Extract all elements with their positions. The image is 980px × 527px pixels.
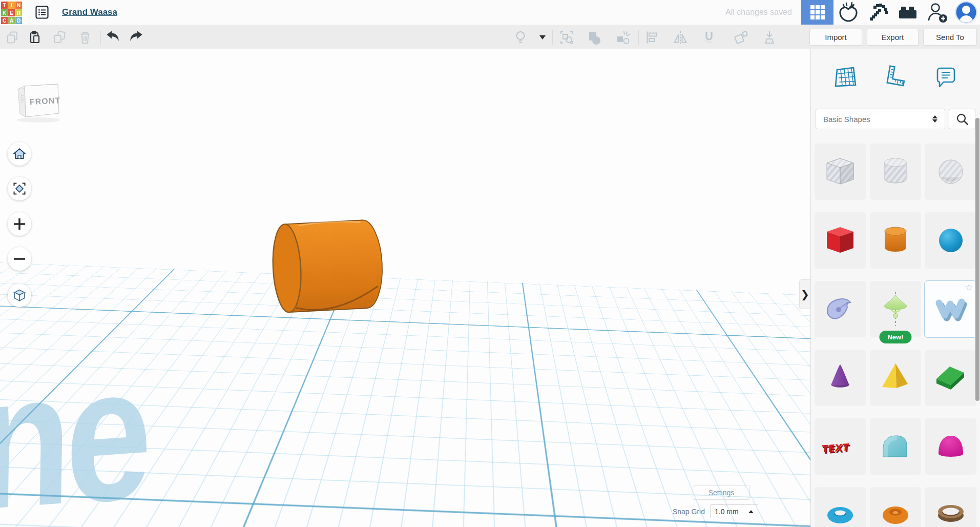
logo-letter: C [1,17,8,24]
shape-tile-spinning-top[interactable]: New! [870,281,922,337]
collapse-panel-chevron-icon[interactable]: ❯ [799,279,810,309]
zoom-in-button[interactable] [8,212,31,236]
shape-tile-tube[interactable] [925,487,976,527]
main-toolbar: Import Export Send To [0,25,980,49]
view-cube[interactable]: FRONT LEFT [11,78,62,126]
notes-helper-icon[interactable] [932,63,960,91]
duplicate-icon[interactable] [50,28,69,47]
shape-tile-sphere-hole[interactable] [925,144,976,200]
snap-grid-select[interactable]: 1.0 mm [710,504,758,518]
fit-view-button[interactable] [8,177,31,200]
magnet-icon[interactable] [700,28,718,47]
show-all-bulb-icon[interactable] [511,28,530,47]
search-shapes-button[interactable] [949,109,975,129]
mirror-icon[interactable] [671,28,690,47]
shape-tile-pyramid[interactable] [870,350,922,406]
undo-icon[interactable] [103,28,122,47]
paste-icon[interactable] [26,28,44,47]
shape-gallery: New! ☆ TEXTTEXT [815,144,976,527]
shape-category-select[interactable]: Basic Shapes [816,109,945,129]
view-cube-left-label: LEFT [20,94,24,103]
orange-cylinder-object[interactable] [270,216,386,320]
logo-letter: K [1,9,8,16]
select-updown-caret-icon [932,115,937,123]
new-badge: New! [879,331,911,343]
workplane-helper-icon[interactable] [831,63,859,91]
shapes-panel: Basic Shapes [811,49,980,527]
logo-letter: T [1,2,8,9]
redo-icon[interactable] [127,28,145,47]
logo-letter: E [8,9,15,16]
logo-letter: A [8,17,15,24]
send-to-button[interactable]: Send To [923,29,977,46]
logo-letter: I [8,2,15,9]
shape-tile-text[interactable]: TEXTTEXT [815,418,866,475]
group-icon[interactable] [557,28,576,47]
design-title[interactable]: Grand Waasa [62,7,117,17]
tinkercad-logo-icon[interactable]: TINKERCAD [1,2,22,24]
shape-tile-scribble[interactable] [815,281,866,337]
shape-tile-torus[interactable] [815,487,866,527]
shape-tile-cylinder-hole[interactable] [870,144,922,200]
designs-menu-icon[interactable] [34,5,50,20]
perspective-toggle-button[interactable] [8,283,31,307]
shape-category-value: Basic Shapes [823,115,870,124]
favorite-star-icon[interactable]: ☆ [965,281,973,293]
shape-tile-paraboloid[interactable] [925,418,976,475]
settings-button[interactable]: Settings [693,485,750,500]
shape-tile-box-hole[interactable] [815,144,866,200]
snap-grid-label: Snap Grid [661,508,705,516]
lego-brick-icon[interactable] [893,0,923,25]
3d-viewport[interactable]: ne FRONT LEFT [0,49,811,527]
copy-icon[interactable] [3,28,22,47]
ruler-helper-icon[interactable] [882,63,909,91]
svg-text:TEXT: TEXT [821,441,849,455]
shape-tile-cone[interactable] [815,350,866,406]
search-icon [954,111,970,127]
logo-letter: R [15,9,22,16]
snap-grid-caret-icon [748,510,754,513]
app-header: TINKERCAD Grand Waasa All changes saved [0,0,980,25]
logo-letter: N [15,2,22,9]
workplane-watermark: ne [0,355,148,519]
import-button[interactable]: Import [809,29,862,46]
view-cube-front-label: FRONT [30,96,61,106]
shape-tile-squiggle[interactable]: ☆ [925,281,976,337]
workplane-tool-icon[interactable] [732,28,750,47]
delete-icon[interactable] [76,28,94,47]
invite-person-icon[interactable] [923,0,952,25]
shape-tile-torus-thick[interactable] [870,487,922,527]
logo-letter: D [15,17,22,24]
ungroup-all-icon[interactable] [614,28,632,47]
home-view-button[interactable] [8,142,31,166]
snap-grid-value: 1.0 mm [715,508,739,516]
ungroup-icon[interactable] [585,28,603,47]
ruler-tool-icon[interactable] [760,28,779,47]
bulb-dropdown-caret-icon[interactable] [536,28,549,47]
panel-scrollbar[interactable] [975,118,979,401]
apps-grid-button[interactable] [801,0,833,25]
zoom-out-button[interactable] [8,247,31,271]
export-button[interactable]: Export [867,29,919,46]
save-status: All changes saved [725,8,792,17]
shape-tile-box[interactable] [815,212,866,269]
sim-lab-icon[interactable] [833,0,863,25]
avatar[interactable] [952,0,980,25]
shape-tile-sphere[interactable] [925,212,976,269]
shape-tile-roof[interactable] [925,350,976,406]
align-icon[interactable] [642,28,661,47]
shape-tile-cylinder[interactable] [870,212,922,269]
minecraft-pickaxe-icon[interactable] [863,0,893,25]
shape-tile-round-roof[interactable] [870,418,922,475]
